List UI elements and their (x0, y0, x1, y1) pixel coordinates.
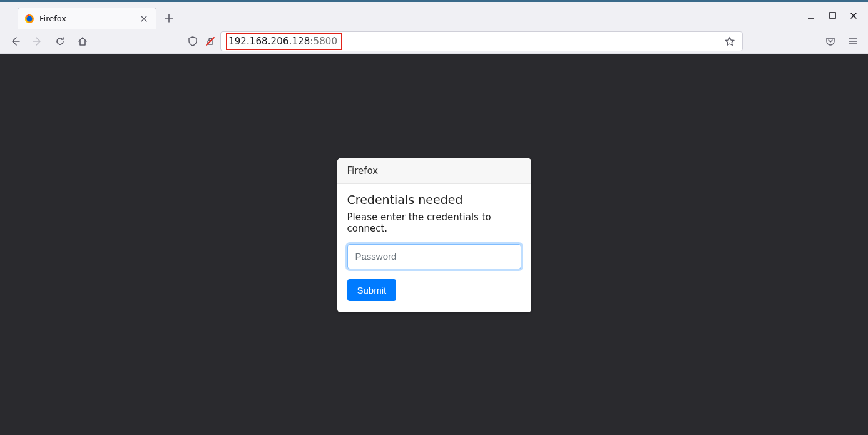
save-to-pocket-button[interactable] (820, 31, 840, 51)
reload-icon (55, 36, 65, 46)
svg-rect-2 (830, 13, 835, 18)
svg-point-1 (27, 16, 33, 21)
shield-icon (188, 36, 198, 46)
window-controls (800, 2, 864, 29)
url-port: :5800 (310, 36, 337, 47)
star-icon (725, 36, 735, 46)
plus-icon (165, 14, 173, 23)
bookmark-button[interactable] (722, 34, 737, 49)
insecure-lock-icon (205, 36, 215, 46)
password-input[interactable] (347, 244, 521, 269)
window-close-button[interactable] (843, 7, 864, 24)
arrow-right-icon (33, 36, 43, 46)
url-bar[interactable]: 192.168.206.128:5800 (220, 31, 743, 51)
tab-close-button[interactable] (138, 13, 150, 24)
dialog-message: Please enter the credentials to connect. (347, 212, 521, 234)
browser-window: Firefox (0, 0, 868, 435)
reload-button[interactable] (50, 31, 70, 51)
window-minimize-button[interactable] (800, 7, 822, 24)
navigation-toolbar: 192.168.206.128:5800 (0, 29, 868, 54)
maximize-icon (829, 12, 836, 19)
dialog-body: Credentials needed Please enter the cred… (337, 184, 531, 312)
back-button[interactable] (5, 31, 25, 51)
browser-tab[interactable]: Firefox (18, 8, 156, 29)
credentials-dialog: Firefox Credentials needed Please enter … (337, 158, 531, 312)
dialog-header: Firefox (337, 158, 531, 184)
tab-strip: Firefox (0, 2, 868, 29)
forward-button[interactable] (28, 31, 48, 51)
home-button[interactable] (73, 31, 93, 51)
tab-title: Firefox (39, 14, 133, 23)
pocket-icon (825, 36, 835, 46)
arrow-left-icon (10, 36, 20, 46)
new-tab-button[interactable] (160, 9, 178, 27)
window-maximize-button[interactable] (822, 7, 843, 24)
close-icon (850, 12, 857, 19)
home-icon (78, 36, 88, 46)
application-menu-button[interactable] (843, 31, 863, 51)
page-content: Firefox Credentials needed Please enter … (0, 54, 868, 435)
minimize-icon (807, 12, 815, 19)
submit-button[interactable]: Submit (347, 279, 397, 301)
close-icon (140, 15, 148, 23)
url-highlight-box: 192.168.206.128:5800 (226, 33, 342, 50)
tracking-protection-button[interactable] (185, 34, 200, 49)
firefox-icon (24, 14, 34, 24)
hamburger-icon (848, 36, 858, 46)
dialog-title: Credentials needed (347, 193, 521, 207)
site-security-button[interactable] (203, 34, 218, 49)
url-host: 192.168.206.128 (228, 36, 310, 47)
